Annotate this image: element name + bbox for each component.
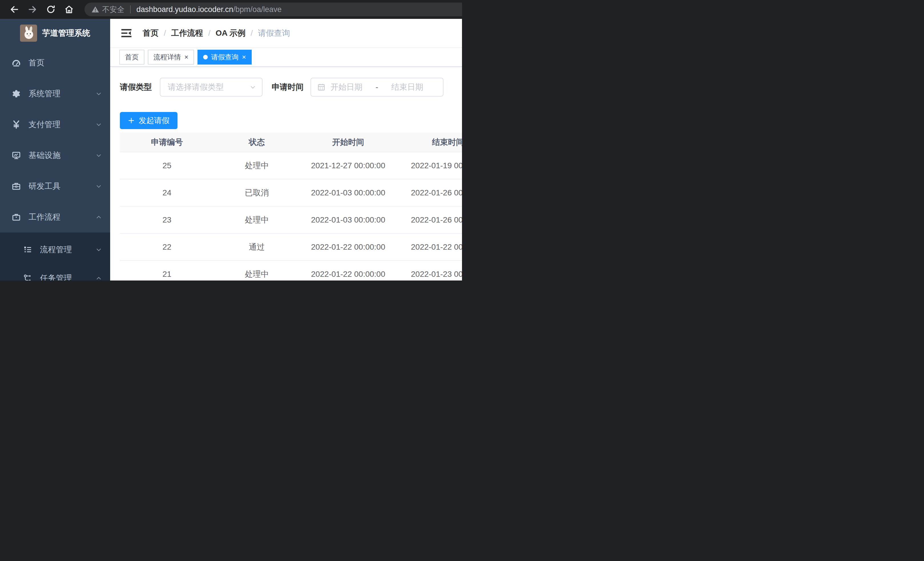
reload-icon[interactable] bbox=[44, 2, 58, 17]
app-logo[interactable]: 芋道管理系统 bbox=[0, 19, 110, 47]
date-separator: - bbox=[368, 83, 386, 92]
tab-label: 流程详情 bbox=[153, 53, 181, 62]
tags-view: 首页 流程详情 × 请假查询 × bbox=[110, 47, 462, 67]
cell-status: 通过 bbox=[214, 233, 300, 260]
tab-label: 请假查询 bbox=[211, 53, 238, 62]
cell-end-time: 2022-01-22 00:00:00 bbox=[397, 233, 462, 260]
chevron-down-icon bbox=[95, 121, 102, 128]
tab-process-detail[interactable]: 流程详情 × bbox=[148, 50, 194, 65]
tab-home[interactable]: 首页 bbox=[119, 50, 144, 65]
breadcrumb-item[interactable]: 工作流程 bbox=[171, 28, 203, 39]
logo-image bbox=[20, 24, 37, 42]
sidebar-item-label: 基础设施 bbox=[28, 150, 95, 161]
breadcrumb-separator: / bbox=[164, 29, 166, 38]
cell-end-time: 2022-01-26 00:00:00 bbox=[397, 179, 462, 206]
close-icon[interactable]: × bbox=[242, 54, 246, 60]
dashboard-icon bbox=[11, 58, 21, 68]
sidebar-item-label: 研发工具 bbox=[28, 181, 95, 192]
leave-table: 申请编号 状态 开始时间 结束时间 请假类型 原因 申请时间 操作 25 处理中… bbox=[120, 132, 462, 281]
cell-start-time: 2022-01-22 00:00:00 bbox=[300, 260, 397, 281]
cell-id: 21 bbox=[120, 260, 214, 281]
chevron-up-icon bbox=[95, 214, 102, 221]
sidebar-item-label: 系统管理 bbox=[28, 88, 95, 99]
app-title: 芋道管理系统 bbox=[42, 28, 90, 39]
cell-end-time: 2022-01-26 00:00:00 bbox=[397, 206, 462, 233]
sidebar-item-label: 流程管理 bbox=[40, 244, 95, 255]
leave-type-select[interactable]: 请选择请假类型 bbox=[160, 78, 262, 96]
flow-nodes-icon bbox=[23, 274, 33, 281]
table-row: 25 处理中 2021-12-27 00:00:00 2022-01-19 00… bbox=[120, 152, 462, 179]
active-dot bbox=[203, 55, 208, 59]
table-row: 22 通过 2022-01-22 00:00:00 2022-01-22 00:… bbox=[120, 233, 462, 260]
security-label: 不安全 bbox=[102, 5, 124, 15]
table-toolbar: 发起请假 bbox=[120, 112, 462, 129]
sidebar-item-infra[interactable]: 基础设施 bbox=[0, 140, 110, 171]
workflow-submenu: 流程管理 任务管理 我的流程 bbox=[0, 233, 110, 281]
tab-leave-query[interactable]: 请假查询 × bbox=[198, 50, 252, 65]
tree-list-icon bbox=[23, 245, 33, 254]
cell-id: 24 bbox=[120, 179, 214, 206]
apply-time-range-picker[interactable]: 开始日期 - 结束日期 bbox=[310, 78, 444, 96]
sidebar-item-system[interactable]: 系统管理 bbox=[0, 78, 110, 109]
sidebar-item-devtools[interactable]: 研发工具 bbox=[0, 171, 110, 202]
monitor-icon bbox=[11, 151, 21, 160]
table-row: 24 已取消 2022-01-03 00:00:00 2022-01-26 00… bbox=[120, 179, 462, 206]
cell-id: 22 bbox=[120, 233, 214, 260]
url-host: dashboard.yudao.iocoder.cn bbox=[136, 5, 233, 14]
toolbox-icon bbox=[11, 182, 21, 191]
col-header-id: 申请编号 bbox=[120, 132, 214, 152]
breadcrumb-item[interactable]: 首页 bbox=[142, 28, 159, 39]
cell-status: 已取消 bbox=[214, 179, 300, 206]
table-row: 23 处理中 2022-01-03 00:00:00 2022-01-26 00… bbox=[120, 206, 462, 233]
chevron-up-icon bbox=[95, 275, 102, 281]
screen: 不安全 dashboard.yudao.iocoder.cn/bpm/oa/le… bbox=[0, 0, 462, 281]
sidebar-item-task-mgmt[interactable]: 任务管理 bbox=[0, 264, 110, 281]
sidebar-collapse-icon[interactable] bbox=[119, 28, 134, 39]
breadcrumb-item[interactable]: OA 示例 bbox=[216, 28, 246, 39]
briefcase-icon bbox=[11, 212, 21, 222]
sidebar-item-label: 首页 bbox=[28, 57, 102, 68]
page-content: 请假类型 请选择请假类型 申请时间 开始日期 - 结束日期 结果 请选择流 bbox=[110, 67, 462, 281]
sidebar: 芋道管理系统 首页 系统管理 支付管理 bbox=[0, 19, 110, 281]
calendar-icon bbox=[317, 83, 325, 91]
create-leave-button[interactable]: 发起请假 bbox=[120, 112, 177, 129]
sidebar-item-label: 工作流程 bbox=[28, 212, 95, 223]
forward-icon[interactable] bbox=[25, 2, 40, 17]
chevron-down-icon bbox=[95, 183, 102, 190]
sidebar-item-payment[interactable]: 支付管理 bbox=[0, 109, 110, 140]
cell-status: 处理中 bbox=[214, 152, 300, 179]
chevron-down-icon bbox=[95, 246, 102, 253]
warning-icon bbox=[92, 5, 99, 14]
url-bar[interactable]: 不安全 dashboard.yudao.iocoder.cn/bpm/oa/le… bbox=[84, 3, 462, 16]
close-icon[interactable]: × bbox=[184, 54, 188, 60]
sidebar-item-home[interactable]: 首页 bbox=[0, 47, 110, 78]
col-header-start: 开始时间 bbox=[300, 132, 397, 152]
plus-icon bbox=[128, 117, 135, 124]
cell-start-time: 2022-01-03 00:00:00 bbox=[300, 179, 397, 206]
tab-label: 首页 bbox=[125, 53, 139, 62]
breadcrumb-separator: / bbox=[208, 29, 211, 38]
filter-form: 请假类型 请选择请假类型 申请时间 开始日期 - 结束日期 结果 请选择流 bbox=[120, 78, 462, 96]
chevron-down-icon bbox=[95, 90, 102, 97]
browser-chrome: 不安全 dashboard.yudao.iocoder.cn/bpm/oa/le… bbox=[0, 0, 462, 19]
cell-end-time: 2022-01-19 00:00:00 bbox=[397, 152, 462, 179]
chevron-down-icon bbox=[249, 84, 256, 90]
col-header-end: 结束时间 bbox=[397, 132, 462, 152]
breadcrumb-current: 请假查询 bbox=[258, 28, 290, 39]
cell-end-time: 2022-01-23 00:00:00 bbox=[397, 260, 462, 281]
apply-time-label: 申请时间 bbox=[272, 82, 304, 93]
cell-status: 处理中 bbox=[214, 260, 300, 281]
cell-id: 25 bbox=[120, 152, 214, 179]
cell-start-time: 2022-01-22 00:00:00 bbox=[300, 233, 397, 260]
url-path: /bpm/oa/leave bbox=[233, 5, 282, 14]
cell-id: 23 bbox=[120, 206, 214, 233]
chevron-down-icon bbox=[95, 152, 102, 159]
cell-start-time: 2021-12-27 00:00:00 bbox=[300, 152, 397, 179]
date-end-placeholder: 结束日期 bbox=[391, 82, 423, 93]
table-row: 21 处理中 2022-01-22 00:00:00 2022-01-23 00… bbox=[120, 260, 462, 281]
home-icon[interactable] bbox=[62, 2, 76, 17]
sidebar-item-workflow[interactable]: 工作流程 bbox=[0, 202, 110, 233]
leave-type-label: 请假类型 bbox=[120, 82, 152, 93]
sidebar-item-process-mgmt[interactable]: 流程管理 bbox=[0, 235, 110, 264]
back-icon[interactable] bbox=[7, 2, 22, 17]
